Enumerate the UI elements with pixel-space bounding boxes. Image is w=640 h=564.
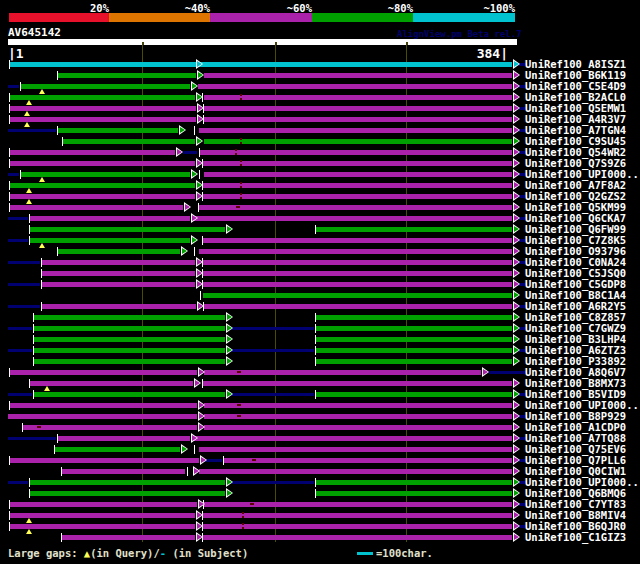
alignment-segment [316,337,512,342]
alignment-segment [8,239,28,242]
strand-arrow-fill [514,105,519,111]
subject-gap-marker [252,459,256,461]
strand-arrow-fill [198,105,203,111]
alignment-segment [316,227,512,232]
alignment-segment [8,305,40,308]
alignment-segment [231,349,314,352]
alignment-segment [199,447,512,452]
alignment-segment [316,315,512,320]
alignment-segment [22,425,197,430]
boundary-tick [9,500,10,509]
strand-arrow-fill [514,391,519,397]
strand-arrow-fill [199,369,204,375]
strand-arrow-fill [227,226,232,232]
boundary-tick [61,467,62,476]
boundary-tick [315,357,316,366]
alignment-segment [316,348,512,353]
alignment-segment [9,458,199,463]
subject-gap-marker [242,523,244,525]
strand-arrow-fill [192,237,197,243]
boundary-tick [62,137,63,146]
strand-arrow-fill [227,358,232,364]
alignment-segment [8,481,28,484]
alignment-segment [8,173,19,176]
strand-arrow-fill [514,281,519,287]
alignment-segment [9,403,197,408]
row-label[interactable]: UniRef100_C1GIZ3 [525,532,626,543]
strand-arrow-fill [514,204,519,210]
alignment-segment [316,491,512,496]
strand-arrow-fill [227,490,232,496]
strand-arrow-fill [177,149,182,155]
alignment-segment [203,381,512,386]
strand-arrow-fill [514,182,519,188]
alignment-segment [489,371,527,374]
alignment-segment [20,172,190,177]
strand-arrow-fill [197,138,202,144]
subject-gap-marker [240,138,242,140]
strand-arrow-fill [227,391,232,397]
alignment-segment [204,172,512,177]
alignment-segment [29,216,190,221]
strand-arrow-fill [197,182,202,188]
subject-gap-marker [240,94,242,96]
boundary-tick [9,181,10,190]
strand-arrow-fill [514,424,519,430]
strand-arrow-fill [227,325,232,331]
strand-arrow-fill [514,237,519,243]
alignment-segment [193,436,512,441]
alignment-segment [204,403,512,408]
strand-arrow-fill [514,314,519,320]
boundary-tick [9,511,10,520]
strand-arrow-fill [514,490,519,496]
boundary-tick [41,269,42,278]
alignment-segment [33,348,225,353]
strand-arrow-fill [201,457,206,463]
strand-arrow-fill [514,347,519,353]
alignment-segment [8,393,32,396]
strand-arrow-fill [514,479,519,485]
boundary-tick [223,456,224,465]
alignment-segment [203,194,512,199]
strand-arrow-fill [227,479,232,485]
boundary-tick [315,225,316,234]
boundary-tick [29,225,30,234]
alignment-segment [203,524,512,529]
strand-arrow-fill [514,468,519,474]
alignment-segment [9,117,196,122]
boundary-tick [20,82,21,91]
alignment-segment [9,150,175,155]
alignment-segment [316,480,512,485]
strand-arrow-fill [198,72,203,78]
strand-arrow-fill [514,61,519,67]
strand-arrow-fill [514,193,519,199]
strand-arrow-fill [199,413,204,419]
boundary-tick [33,346,34,355]
alignment-segment [200,150,512,155]
alignment-segment [9,513,195,518]
alignment-segment [203,293,512,298]
subject-gap-marker [242,512,244,514]
alignment-segment [198,84,512,89]
alignment-segment [20,84,190,89]
boundary-tick [33,324,34,333]
alignment-segment [9,161,195,166]
boundary-tick [33,390,34,399]
alignment-segment [9,205,183,210]
strand-arrow-fill [514,127,519,133]
alignment-segment [33,392,225,397]
boundary-tick [57,434,58,443]
strand-arrow-fill [514,72,519,78]
subject-gap-marker [250,503,254,505]
boundary-tick [187,467,188,476]
strand-arrow-fill [514,446,519,452]
boundary-tick [29,236,30,245]
alignment-segment [199,205,512,210]
alignment-segment [29,227,225,232]
boundary-tick [57,71,58,80]
strand-arrow-fill [483,369,488,375]
subject-gap-marker [37,426,41,428]
alignment-row[interactable]: UniRef100_C1GIZ3 [0,532,640,543]
alignment-segment [29,238,190,243]
strand-arrow-fill [514,413,519,419]
